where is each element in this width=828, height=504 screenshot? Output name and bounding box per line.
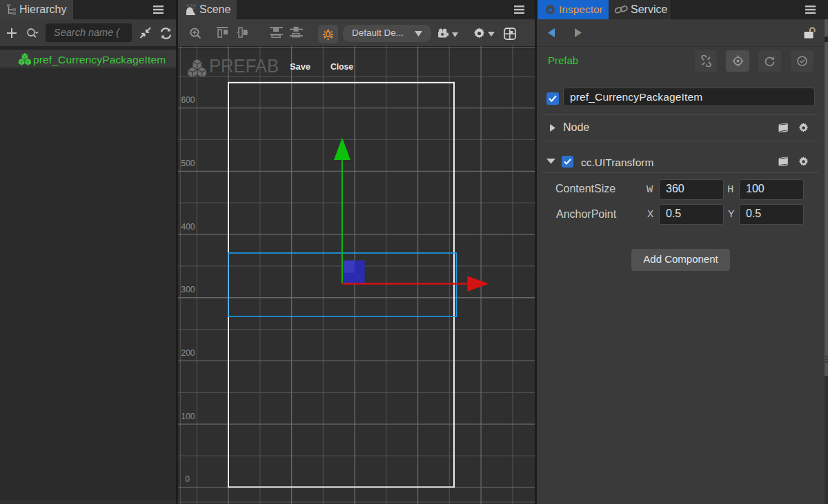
svg-text:500: 500 bbox=[181, 159, 195, 168]
svg-text:300: 300 bbox=[181, 285, 195, 294]
svg-text:400: 400 bbox=[181, 222, 195, 232]
svg-text:600: 600 bbox=[181, 95, 195, 105]
svg-text:0: 0 bbox=[185, 474, 190, 484]
svg-text:PREFAB: PREFAB bbox=[209, 55, 279, 77]
svg-text:Save: Save bbox=[290, 61, 310, 72]
svg-text:100: 100 bbox=[181, 412, 195, 421]
svg-text:200: 200 bbox=[181, 348, 195, 358]
svg-text:Close: Close bbox=[331, 61, 353, 72]
